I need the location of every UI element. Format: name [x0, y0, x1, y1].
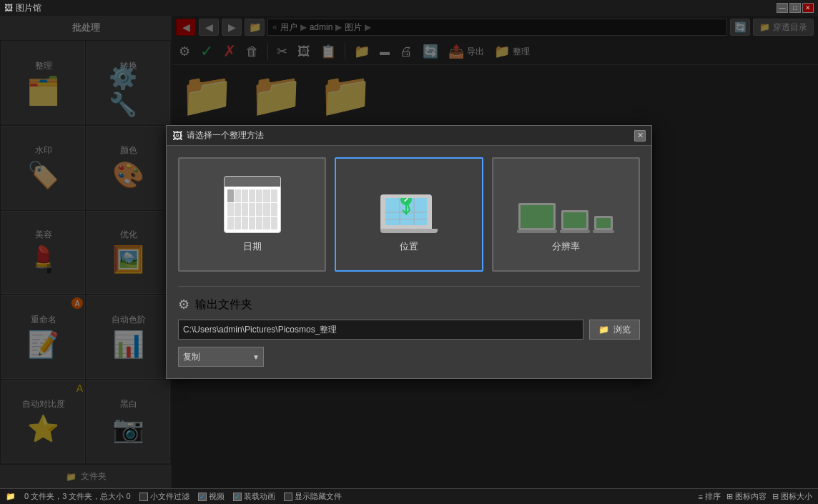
status-folder-icon: 📁: [6, 492, 16, 501]
dialog-titlebar: 🖼 请选择一个整理方法 ✕: [167, 126, 651, 146]
titlebar-controls: — □ ✕: [777, 3, 814, 13]
monitor-lg-screen: [521, 205, 553, 228]
monitor-lg-frame: [518, 203, 556, 230]
anim-label: 装载动画: [244, 491, 275, 502]
titlebar-left: 🖼 图片馆: [4, 2, 41, 14]
dialog-title-icon: 🖼: [172, 130, 182, 142]
icon-content-icon: ⊞: [726, 492, 733, 501]
monitor-sm-base: [593, 230, 614, 233]
copy-mode-wrapper: 复制 移动 ▼: [178, 347, 264, 367]
cal-header: [225, 177, 280, 187]
output-path-input[interactable]: [178, 320, 583, 340]
monitor-small: [593, 216, 614, 233]
monitor-large: [517, 203, 557, 233]
status-anim[interactable]: ✓ 装载动画: [233, 491, 275, 502]
method-card-resolution[interactable]: 分辨率: [492, 157, 640, 272]
maximize-button[interactable]: □: [789, 3, 801, 13]
small-filter-checkbox[interactable]: [139, 493, 148, 501]
output-label: 输出文件夹: [195, 297, 252, 312]
anim-checkbox[interactable]: ✓: [233, 493, 242, 501]
video-checkbox[interactable]: ✓: [198, 493, 207, 501]
laptop-base: [380, 229, 438, 233]
output-path-row: 📁 浏览: [178, 320, 640, 340]
monitor-lg-base: [517, 230, 557, 233]
close-button[interactable]: ✕: [802, 3, 814, 13]
output-gear-icon: ⚙: [178, 297, 189, 312]
map-svg: ✓: [385, 198, 427, 225]
method-cards: 日期: [178, 157, 640, 272]
sort-icon: ≡: [699, 493, 703, 501]
laptop-wrapper: ✓: [380, 194, 438, 233]
method-card-location-label: 位置: [400, 240, 418, 253]
dialog-title-left: 🖼 请选择一个整理方法: [172, 129, 264, 142]
dialog-body: 日期: [167, 146, 651, 378]
icon-content-label: 图标内容: [735, 491, 767, 502]
minimize-button[interactable]: —: [777, 3, 788, 13]
sort-label: 排序: [705, 491, 721, 502]
dialog-overlay: 🖼 请选择一个整理方法 ✕: [0, 16, 818, 488]
copy-mode-select[interactable]: 复制 移动: [178, 347, 264, 367]
method-card-resolution-label: 分辨率: [552, 240, 580, 253]
cal-body: [225, 187, 280, 232]
titlebar-title: 图片馆: [16, 2, 41, 14]
browse-button[interactable]: 📁 浏览: [589, 320, 640, 340]
calendar-icon: [224, 176, 281, 233]
dialog: 🖼 请选择一个整理方法 ✕: [166, 125, 652, 379]
hidden-checkbox[interactable]: [284, 493, 292, 501]
svg-text:✓: ✓: [403, 198, 409, 204]
icon-content-button[interactable]: ⊞ 图标内容: [726, 491, 767, 502]
sort-button[interactable]: ≡ 排序: [699, 491, 721, 502]
monitor-container: [533, 176, 598, 233]
output-section: ⚙ 输出文件夹 📁 浏览 复制 移动 ▼: [178, 286, 640, 367]
monitor-sm-screen: [596, 218, 611, 228]
small-filter-label: 小文件过滤: [150, 491, 189, 502]
statusbar-right: ≡ 排序 ⊞ 图标内容 ⊟ 图标大小: [699, 491, 812, 502]
icon-size-label: 图标大小: [781, 491, 812, 502]
status-info: 0 文件夹，3 文件夹，总大小 0: [24, 491, 131, 502]
laptop-body: ✓: [380, 194, 432, 229]
status-hidden[interactable]: 显示隐藏文件: [284, 491, 342, 502]
video-label: 视频: [209, 491, 225, 502]
monitor-md-frame: [561, 210, 588, 230]
monitor-md-base: [560, 230, 590, 233]
status-small-filter[interactable]: 小文件过滤: [139, 491, 189, 502]
monitor-medium: [560, 210, 590, 233]
status-video[interactable]: ✓ 视频: [198, 491, 225, 502]
hidden-label: 显示隐藏文件: [295, 491, 342, 502]
method-card-date[interactable]: 日期: [178, 157, 326, 272]
app-icon: 🖼: [4, 3, 13, 13]
output-header: ⚙ 输出文件夹: [178, 297, 640, 312]
statusbar: 📁 0 文件夹，3 文件夹，总大小 0 小文件过滤 ✓ 视频 ✓ 装载动画 显示…: [0, 488, 818, 504]
dialog-close-button[interactable]: ✕: [634, 130, 646, 142]
map-container: ✓: [377, 176, 441, 233]
browse-label: 浏览: [614, 324, 631, 336]
icon-size-icon: ⊟: [772, 492, 779, 501]
icon-size-button[interactable]: ⊟ 图标大小: [772, 491, 812, 502]
monitor-md-screen: [563, 212, 586, 228]
method-card-location[interactable]: ✓ 位置: [335, 157, 483, 272]
laptop-screen: ✓: [385, 198, 427, 225]
method-card-date-label: 日期: [243, 240, 262, 253]
monitor-sm-frame: [594, 216, 613, 230]
titlebar: 🖼 图片馆 — □ ✕: [0, 0, 818, 16]
browse-folder-icon: 📁: [598, 325, 609, 335]
dialog-title: 请选择一个整理方法: [187, 129, 264, 142]
